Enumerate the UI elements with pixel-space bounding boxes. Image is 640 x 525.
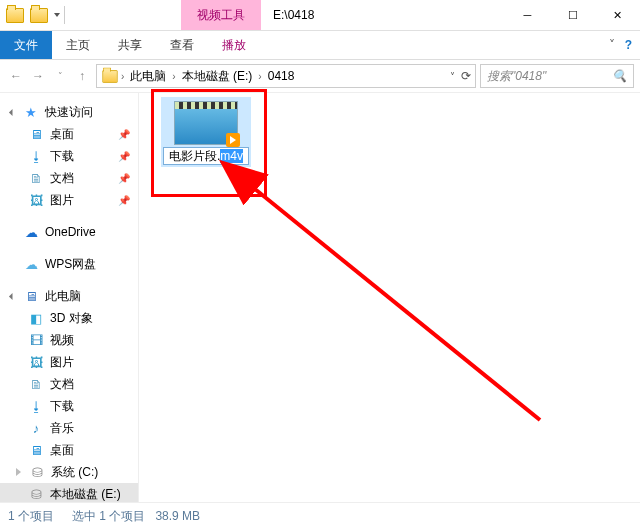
- nav-label: 文档: [50, 376, 74, 393]
- pin-icon: 📌: [118, 173, 130, 184]
- quick-access-toolbar: [0, 0, 71, 30]
- history-dropdown-icon[interactable]: ˅: [50, 66, 70, 86]
- nav-label: 3D 对象: [50, 310, 93, 327]
- context-tab-video-tools[interactable]: 视频工具: [181, 0, 261, 30]
- nav-3d[interactable]: ◧ 3D 对象: [0, 307, 138, 329]
- content-pane[interactable]: 电影片段.m4v: [139, 93, 640, 502]
- address-bar[interactable]: › 此电脑 › 本地磁盘 (E:) › 0418 ˅ ⟳: [96, 64, 476, 88]
- qat-dropdown-icon[interactable]: [54, 13, 60, 17]
- crumb-drive[interactable]: 本地磁盘 (E:): [178, 66, 257, 87]
- desktop-icon: 🖥: [28, 126, 44, 142]
- download-icon: ⭳: [28, 398, 44, 414]
- nav-videos[interactable]: 🎞 视频: [0, 329, 138, 351]
- drive-icon: ⛁: [28, 486, 44, 502]
- maximize-button[interactable]: ☐: [550, 0, 595, 30]
- file-item[interactable]: 电影片段.m4v: [161, 97, 251, 167]
- nav-pictures[interactable]: 🖼 图片 📌: [0, 189, 138, 211]
- nav-desktop2[interactable]: 🖥 桌面: [0, 439, 138, 461]
- nav-label: 系统 (C:): [51, 464, 98, 481]
- drive-icon: ⛁: [29, 464, 45, 480]
- tab-play[interactable]: 播放: [208, 31, 260, 59]
- nav-thispc[interactable]: 🖥 此电脑: [0, 285, 138, 307]
- nav-label: 视频: [50, 332, 74, 349]
- search-placeholder: 搜索"0418": [487, 68, 546, 85]
- nav-downloads[interactable]: ⭳ 下载 📌: [0, 145, 138, 167]
- nav-label: 文档: [50, 170, 74, 187]
- nav-documents[interactable]: 🗎 文档 📌: [0, 167, 138, 189]
- ribbon-collapse-icon[interactable]: ˅: [609, 38, 615, 52]
- qat-pin-folder[interactable]: [28, 4, 50, 26]
- document-icon: 🗎: [28, 170, 44, 186]
- nav-downloads2[interactable]: ⭳ 下载: [0, 395, 138, 417]
- ribbon-right: ˅ ?: [609, 31, 640, 59]
- chevron-icon[interactable]: ›: [172, 71, 175, 82]
- chevron-icon[interactable]: ›: [258, 71, 261, 82]
- status-size: 38.9 MB: [155, 509, 200, 523]
- nav-label: OneDrive: [45, 225, 96, 239]
- nav-music[interactable]: ♪ 音乐: [0, 417, 138, 439]
- nav-label: 此电脑: [45, 288, 81, 305]
- pin-icon: 📌: [118, 195, 130, 206]
- window-controls: ─ ☐ ✕: [505, 0, 640, 30]
- up-button[interactable]: ↑: [72, 66, 92, 86]
- nav-documents2[interactable]: 🗎 文档: [0, 373, 138, 395]
- tab-home[interactable]: 主页: [52, 31, 104, 59]
- nav-label: 音乐: [50, 420, 74, 437]
- crumb-folder[interactable]: 0418: [264, 67, 299, 85]
- search-icon: 🔍: [612, 69, 627, 83]
- nav-label: 图片: [50, 192, 74, 209]
- close-button[interactable]: ✕: [595, 0, 640, 30]
- video-icon: 🎞: [28, 332, 44, 348]
- chevron-icon[interactable]: ›: [121, 71, 124, 82]
- download-icon: ⭳: [28, 148, 44, 164]
- tab-file[interactable]: 文件: [0, 31, 52, 59]
- nav-quick-access[interactable]: ★ 快速访问: [0, 101, 138, 123]
- nav-pictures2[interactable]: 🖼 图片: [0, 351, 138, 373]
- tab-view[interactable]: 查看: [156, 31, 208, 59]
- titlebar: 视频工具 E:\0418 ─ ☐ ✕: [0, 0, 640, 31]
- play-badge-icon: [226, 133, 240, 147]
- minimize-button[interactable]: ─: [505, 0, 550, 30]
- nav-drive-e[interactable]: ⛁ 本地磁盘 (E:): [0, 483, 138, 502]
- pin-icon: 📌: [118, 151, 130, 162]
- tab-share[interactable]: 共享: [104, 31, 156, 59]
- nav-desktop[interactable]: 🖥 桌面 📌: [0, 123, 138, 145]
- back-button[interactable]: ←: [6, 66, 26, 86]
- status-item-count: 1 个项目: [8, 508, 54, 525]
- address-tools: ˅ ⟳: [450, 69, 471, 83]
- status-selection-text: 选中 1 个项目: [72, 509, 145, 523]
- folder-icon: [4, 4, 26, 26]
- filmstrip-icon: [175, 102, 237, 109]
- nav-label: 下载: [50, 398, 74, 415]
- status-bar: 1 个项目 选中 1 个项目 38.9 MB: [0, 502, 640, 525]
- nav-onedrive[interactable]: ☁ OneDrive: [0, 221, 138, 243]
- picture-icon: 🖼: [28, 354, 44, 370]
- nav-drive-c[interactable]: ⛁ 系统 (C:): [0, 461, 138, 483]
- help-icon[interactable]: ?: [625, 38, 632, 52]
- picture-icon: 🖼: [28, 192, 44, 208]
- cube-icon: ◧: [28, 310, 44, 326]
- address-dropdown-icon[interactable]: ˅: [450, 71, 455, 82]
- expand-caret-icon[interactable]: [16, 468, 21, 476]
- status-selection: 选中 1 个项目 38.9 MB: [72, 508, 200, 525]
- search-input[interactable]: 搜索"0418" 🔍: [480, 64, 634, 88]
- file-name-ext-selected: m4v: [220, 149, 243, 163]
- navigation-pane[interactable]: ★ 快速访问 🖥 桌面 📌 ⭳ 下载 📌 🗎 文档 📌 🖼 图片 �: [0, 93, 139, 502]
- document-icon: 🗎: [28, 376, 44, 392]
- crumb-thispc[interactable]: 此电脑: [126, 66, 170, 87]
- window-title: E:\0418: [261, 0, 505, 30]
- file-name-base: 电影片段.: [169, 149, 220, 163]
- expand-caret-icon[interactable]: [9, 292, 16, 299]
- music-icon: ♪: [28, 420, 44, 436]
- nav-label: 桌面: [50, 442, 74, 459]
- main-area: ★ 快速访问 🖥 桌面 📌 ⭳ 下载 📌 🗎 文档 📌 🖼 图片 �: [0, 93, 640, 502]
- refresh-icon[interactable]: ⟳: [461, 69, 471, 83]
- pin-icon: 📌: [118, 129, 130, 140]
- file-rename-input[interactable]: 电影片段.m4v: [163, 147, 249, 165]
- expand-caret-icon[interactable]: [9, 108, 16, 115]
- nav-label: WPS网盘: [45, 256, 96, 273]
- qat-separator: [64, 6, 65, 24]
- desktop-icon: 🖥: [28, 442, 44, 458]
- forward-button[interactable]: →: [28, 66, 48, 86]
- nav-wps[interactable]: ☁ WPS网盘: [0, 253, 138, 275]
